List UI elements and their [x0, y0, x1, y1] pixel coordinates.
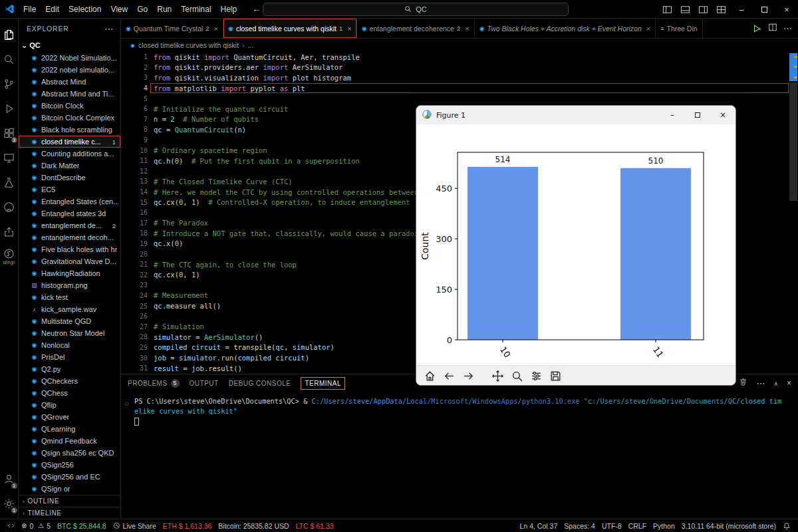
- activitybar-settings-icon[interactable]: 1: [0, 491, 19, 516]
- activitybar-extensions-icon[interactable]: 3: [0, 121, 19, 146]
- panel-tab-problems[interactable]: PROBLEMS5: [128, 377, 180, 390]
- file-item[interactable]: ◉HawkingRadiation: [19, 267, 120, 279]
- menu-item-terminal[interactable]: Terminal: [176, 5, 215, 14]
- file-item[interactable]: ◉Qflip: [19, 399, 120, 411]
- activitybar-remote-explorer-icon[interactable]: [0, 146, 19, 170]
- activitybar-search-icon[interactable]: [0, 47, 19, 72]
- panel-tab-debug-console[interactable]: DEBUG CONSOLE: [229, 377, 291, 390]
- editor-tab[interactable]: ◉entanglement decoherence2×: [357, 19, 475, 38]
- status-bitcoin[interactable]: Bitcoin: 25835.82 USD: [215, 522, 292, 530]
- file-item[interactable]: ◉entanglement decoh...: [19, 231, 120, 243]
- status-eol[interactable]: CRLF: [625, 522, 650, 530]
- maximize-panel-icon[interactable]: ∧: [773, 378, 778, 388]
- status-language[interactable]: Python: [650, 522, 678, 530]
- file-item[interactable]: ◉Gravitational Wave D...: [19, 255, 120, 267]
- editor-scrollbar[interactable]: [789, 52, 798, 374]
- status-ltc[interactable]: LTC $ 61.33: [293, 522, 337, 530]
- file-item[interactable]: ▨histogram.png: [19, 279, 120, 291]
- file-item[interactable]: ◉Entangled States (cen...: [19, 196, 120, 207]
- status-remote[interactable]: [4, 522, 18, 529]
- status-eth[interactable]: ETH $ 1,613.36: [160, 522, 215, 530]
- file-item[interactable]: ◉Five black holes with hr: [19, 243, 120, 255]
- file-item[interactable]: ◉kick test: [19, 291, 120, 303]
- file-item[interactable]: ◉EC5: [19, 184, 120, 196]
- menu-item-edit[interactable]: Edit: [41, 5, 64, 14]
- status-indentation[interactable]: Spaces: 4: [561, 522, 598, 530]
- file-item[interactable]: ◉Counting additions a...: [19, 148, 120, 160]
- file-item[interactable]: ◉Multistate QGD: [19, 315, 120, 327]
- status-encoding[interactable]: UTF-8: [598, 522, 625, 530]
- save-tool-icon[interactable]: [548, 368, 563, 384]
- panel-tab-terminal[interactable]: TERMINAL: [301, 377, 345, 390]
- file-item[interactable]: ♪kick_sample.wav: [19, 303, 120, 315]
- zoom-tool-icon[interactable]: [509, 368, 524, 384]
- toggle-panel-icon[interactable]: [676, 0, 694, 19]
- figure-minimize-button[interactable]: –: [660, 106, 685, 124]
- activitybar-accounts-icon[interactable]: 1: [0, 467, 19, 491]
- file-item[interactable]: ◉Q2.py: [19, 363, 120, 375]
- breadcrumb[interactable]: ◉ closed timelike curves with qiskit › .…: [121, 39, 798, 52]
- activitybar-live-share-icon[interactable]: [0, 219, 19, 244]
- figure-maximize-button[interactable]: [685, 106, 710, 124]
- close-panel-icon[interactable]: ×: [787, 378, 791, 388]
- file-item[interactable]: ◉DontDescribe: [19, 172, 120, 184]
- status-interpreter[interactable]: 3.10.11 64-bit (microsoft store): [678, 522, 779, 530]
- status-live-share[interactable]: Live Share: [110, 522, 160, 530]
- activitybar-run-debug-icon[interactable]: [0, 96, 19, 121]
- file-item[interactable]: ◉Bitcoin Clock: [19, 100, 120, 112]
- status-notifications[interactable]: [779, 522, 794, 530]
- file-item[interactable]: ◉Abstract Mind: [19, 76, 120, 88]
- menu-item-go[interactable]: Go: [132, 5, 152, 14]
- editor-tab[interactable]: ◉Two Black Holes + Accretion disk + Even…: [475, 19, 656, 38]
- file-item[interactable]: ◉Neutron Star Model: [19, 327, 120, 339]
- figure-close-button[interactable]: ×: [710, 106, 735, 124]
- command-decoration-icon[interactable]: ○: [125, 398, 128, 408]
- tab-close-icon[interactable]: ×: [465, 25, 469, 33]
- file-item[interactable]: ◉entanglement de...2: [19, 219, 120, 231]
- activitybar-explorer-icon[interactable]: [0, 23, 19, 47]
- menu-item-selection[interactable]: Selection: [64, 5, 106, 14]
- editor-more-actions-icon[interactable]: ⋯: [783, 23, 792, 33]
- file-item[interactable]: ◉Abstract Mind and Ti...: [19, 88, 120, 100]
- command-center-search[interactable]: QC: [263, 3, 569, 16]
- menu-item-view[interactable]: View: [106, 5, 132, 14]
- file-item[interactable]: ◉Bitcoin Clock Complex: [19, 112, 120, 124]
- menu-item-file[interactable]: File: [19, 5, 41, 14]
- file-item[interactable]: ◉QGrover: [19, 411, 120, 423]
- file-item[interactable]: ◉Qmind Feedback: [19, 435, 120, 447]
- file-item[interactable]: ◉2022 Nobel Simulatio...: [19, 52, 120, 64]
- file-item[interactable]: ◉QChess: [19, 387, 120, 399]
- back-tool-icon[interactable]: [442, 368, 456, 384]
- status-btc[interactable]: BTC $ 25,844.8: [54, 522, 110, 530]
- run-python-file-button[interactable]: ⌄: [752, 24, 762, 33]
- configure-tool-icon[interactable]: [529, 368, 543, 384]
- tab-close-icon[interactable]: ×: [347, 25, 351, 33]
- toggle-sidebar-icon[interactable]: [658, 0, 676, 19]
- home-tool-icon[interactable]: [422, 368, 437, 384]
- activitybar-github-icon[interactable]: [0, 195, 19, 219]
- editor-tab[interactable]: ≡Three Din: [656, 19, 702, 38]
- file-item[interactable]: ◉Entangled states 3d: [19, 207, 120, 219]
- terminal[interactable]: ○ PS C:\Users\steve\OneDrive\Documents\Q…: [121, 392, 798, 519]
- outline-section[interactable]: ›OUTLINE: [19, 495, 120, 507]
- file-item[interactable]: ◉QSign256 and EC: [19, 471, 120, 483]
- file-item[interactable]: ◉QLearning: [19, 423, 120, 435]
- window-close-button[interactable]: ×: [775, 0, 798, 19]
- file-item[interactable]: ◉PrisDel: [19, 351, 120, 363]
- explorer-more-actions-icon[interactable]: ⋯: [104, 24, 114, 34]
- activitybar-sengn-icon[interactable]: sEngn: [0, 244, 19, 269]
- file-item[interactable]: ◉Qsign sha256 ec QKD: [19, 447, 120, 459]
- panel-tab-output[interactable]: OUTPUT: [190, 377, 219, 390]
- activitybar-testing-icon[interactable]: [0, 170, 19, 195]
- pan-tool-icon[interactable]: [490, 368, 505, 384]
- forward-tool-icon[interactable]: [461, 368, 475, 384]
- customize-layout-icon[interactable]: [712, 0, 730, 19]
- file-item[interactable]: ◉QSign256: [19, 459, 120, 471]
- window-minimize-button[interactable]: –: [730, 0, 753, 19]
- figure-titlebar[interactable]: Figure 1 – ×: [416, 106, 735, 124]
- editor-tab[interactable]: ◉closed timelike curves with qiskit1×: [223, 19, 357, 38]
- editor-tab[interactable]: ◉Quantum Time Crystal2×: [121, 19, 223, 38]
- menu-item-help[interactable]: Help: [216, 5, 242, 14]
- tab-close-icon[interactable]: ×: [214, 25, 218, 33]
- status-cursor-position[interactable]: Ln 4, Col 37: [517, 522, 561, 530]
